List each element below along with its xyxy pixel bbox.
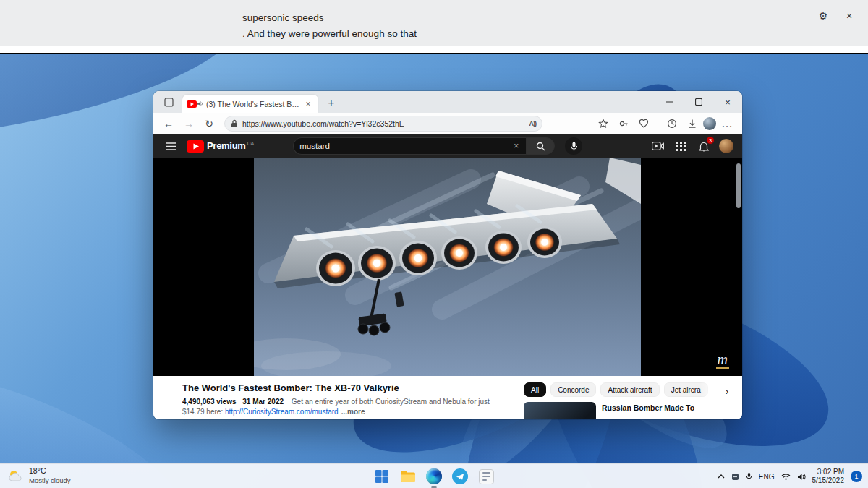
edge-taskbar-icon[interactable] xyxy=(425,467,443,486)
weather-icon xyxy=(7,468,25,484)
captions-close-button[interactable]: × xyxy=(841,7,858,25)
video-info-section: The World's Fastest Bomber: The XB-70 Va… xyxy=(153,376,742,419)
chip-concorde[interactable]: Concorde xyxy=(550,382,596,397)
file-explorer-icon[interactable] xyxy=(399,467,417,486)
youtube-header: Premium UA × xyxy=(153,134,742,158)
close-icon: × xyxy=(846,10,852,22)
captions-settings-button[interactable]: ⚙ xyxy=(814,7,832,25)
volume-icon[interactable] xyxy=(797,473,806,481)
weather-condition: Mostly cloudy xyxy=(29,476,71,485)
youtube-favicon xyxy=(187,100,197,108)
channel-watermark[interactable]: m xyxy=(716,351,729,369)
telegram-icon xyxy=(452,468,468,484)
video-player[interactable]: m xyxy=(153,158,742,376)
youtube-region-code: UA xyxy=(247,141,255,146)
related-video-title[interactable]: Russian Bomber Made To xyxy=(602,402,694,419)
address-bar[interactable]: https://www.youtube.com/watch?v=Yl32c352… xyxy=(224,116,542,132)
voice-search-button[interactable] xyxy=(565,137,582,155)
video-frame-xb70[interactable] xyxy=(254,158,641,376)
taskbar-time: 3:02 PM xyxy=(812,468,845,476)
language-indicator[interactable]: ENG xyxy=(759,473,775,481)
tab-audio-icon[interactable] xyxy=(197,100,203,107)
toolbar-divider xyxy=(658,118,658,129)
tab-close-icon[interactable]: × xyxy=(302,98,314,110)
workspaces-icon[interactable] xyxy=(161,94,176,110)
live-captions-bar: supersonic speeds . And they were powerf… xyxy=(0,0,868,53)
network-icon[interactable] xyxy=(781,473,791,480)
notification-center-badge[interactable]: 1 xyxy=(851,471,862,482)
start-button[interactable] xyxy=(373,467,391,486)
gear-icon: ⚙ xyxy=(819,10,828,22)
chip-jet-aircraft[interactable]: Jet aircra xyxy=(664,382,708,397)
captions-app-icon xyxy=(479,469,494,484)
youtube-brand-text: Premium xyxy=(207,140,246,151)
live-captions-panel: supersonic speeds . And they were powerf… xyxy=(0,0,868,46)
page-scrollbar[interactable] xyxy=(736,163,741,208)
read-aloud-icon[interactable]: A)) xyxy=(529,120,537,127)
caption-text: supersonic speeds . And they were powerf… xyxy=(242,0,417,42)
browser-window[interactable]: (3) The World's Fastest Bom × + × ← → ↻ … xyxy=(153,91,742,419)
browser-toolbar: ← → ↻ https://www.youtube.com/watch?v=Yl… xyxy=(153,113,742,134)
screen: supersonic speeds . And they were powerf… xyxy=(0,0,868,488)
tab-title: (3) The World's Fastest Bom xyxy=(206,100,299,108)
url-text[interactable]: https://www.youtube.com/watch?v=Yl32c352… xyxy=(242,119,525,128)
tray-mic-icon[interactable] xyxy=(746,472,752,481)
browser-menu-icon[interactable]: … xyxy=(718,115,736,132)
captions-app-taskbar-icon[interactable] xyxy=(477,467,495,486)
notifications-bell-icon[interactable]: 3 xyxy=(696,138,712,154)
favorites-icon[interactable] xyxy=(594,115,613,132)
browser-titlebar[interactable]: (3) The World's Fastest Bom × + × xyxy=(153,91,742,113)
browser-tab[interactable]: (3) The World's Fastest Bom × xyxy=(182,95,318,113)
description-link[interactable]: http://CuriosityStream.com/mustard xyxy=(225,408,339,416)
edge-icon xyxy=(426,468,442,484)
browser-profile-avatar[interactable] xyxy=(703,117,716,130)
telegram-taskbar-icon[interactable] xyxy=(451,467,469,486)
window-close-button[interactable]: × xyxy=(713,91,742,113)
password-manager-icon[interactable] xyxy=(614,115,633,132)
back-button[interactable]: ← xyxy=(159,115,178,132)
window-minimize-button[interactable] xyxy=(655,91,684,113)
tray-overflow-chevron-icon[interactable] xyxy=(718,474,725,479)
related-video-item[interactable]: Russian Bomber Made To xyxy=(524,402,735,419)
weather-temperature: 18°C xyxy=(29,466,71,476)
forward-button[interactable]: → xyxy=(179,115,198,132)
mic-icon xyxy=(570,142,578,151)
search-clear-icon[interactable]: × xyxy=(512,141,520,151)
youtube-profile-avatar[interactable] xyxy=(719,139,733,153)
related-video-thumbnail[interactable] xyxy=(524,402,596,419)
apps-grid-icon[interactable] xyxy=(673,138,689,154)
filter-chips: All Concorde Attack aircraft Jet aircra xyxy=(524,382,735,397)
menu-icon[interactable] xyxy=(162,137,179,155)
video-description-1: Get an entire year of both CuriosityStre… xyxy=(292,398,490,406)
desktop[interactable]: (3) The World's Fastest Bom × + × ← → ↻ … xyxy=(0,54,868,488)
video-views: 4,490,063 views xyxy=(182,398,237,406)
browser-essentials-icon[interactable] xyxy=(634,115,653,132)
taskbar-clock[interactable]: 3:02 PM 5/15/2022 xyxy=(812,468,845,485)
new-tab-button[interactable]: + xyxy=(323,93,340,111)
search-button[interactable] xyxy=(526,137,555,155)
chip-all[interactable]: All xyxy=(524,382,546,397)
chip-attack-aircraft[interactable]: Attack aircraft xyxy=(600,382,659,397)
tray-app-icon[interactable] xyxy=(731,473,739,481)
lock-icon xyxy=(231,119,238,128)
search-input[interactable] xyxy=(299,142,512,150)
youtube-play-icon xyxy=(187,140,204,153)
window-maximize-button[interactable] xyxy=(684,91,713,113)
create-video-icon[interactable] xyxy=(650,138,665,154)
video-description-2: $14.79 here: xyxy=(182,408,225,416)
taskbar: 18°C Mostly cloudy xyxy=(0,463,868,488)
history-icon[interactable] xyxy=(663,115,681,132)
weather-widget[interactable]: 18°C Mostly cloudy xyxy=(7,466,71,485)
downloads-icon[interactable] xyxy=(683,115,702,132)
show-more-button[interactable]: ...more xyxy=(341,408,365,416)
youtube-search-box[interactable]: × xyxy=(293,137,526,155)
notification-count-badge: 3 xyxy=(706,136,715,145)
caption-line-2: . And they were powerful enough so that xyxy=(242,26,417,42)
chips-next-icon[interactable]: › xyxy=(719,382,735,398)
video-title: The World's Fastest Bomber: The XB-70 Va… xyxy=(182,382,518,393)
youtube-premium-logo[interactable]: Premium UA xyxy=(187,140,254,153)
caption-line-1: supersonic speeds xyxy=(242,10,417,26)
video-date: 31 Mar 2022 xyxy=(242,398,284,406)
search-icon xyxy=(536,142,545,151)
refresh-button[interactable]: ↻ xyxy=(200,115,218,132)
